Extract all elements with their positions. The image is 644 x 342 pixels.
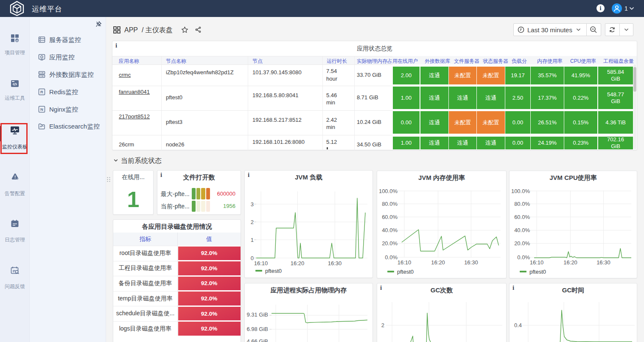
svg-text:0: 0 <box>251 255 254 261</box>
svg-text:0.4: 0.4 <box>514 322 522 328</box>
svg-text:0.0%: 0.0% <box>385 254 398 261</box>
svg-text:16:30: 16:30 <box>328 260 342 266</box>
svg-text:60.0%: 60.0% <box>382 214 398 220</box>
svg-text:9.31 GiB: 9.31 GiB <box>246 311 268 318</box>
svg-text:40.0%: 40.0% <box>382 227 398 233</box>
svg-text:16:10: 16:10 <box>398 259 412 266</box>
svg-text:16:30: 16:30 <box>464 259 478 266</box>
svg-text:2: 2 <box>251 219 254 225</box>
svg-text:16:20: 16:20 <box>431 259 445 266</box>
svg-text:16:20: 16:20 <box>563 259 577 266</box>
svg-text:N: N <box>40 107 43 112</box>
svg-text:2: 2 <box>381 322 384 328</box>
svg-text:20.0%: 20.0% <box>382 240 398 247</box>
svg-text:16:30: 16:30 <box>596 259 610 266</box>
svg-text:100.0%: 100.0% <box>511 188 530 194</box>
svg-text:40.0%: 40.0% <box>514 227 530 233</box>
svg-text:1: 1 <box>251 237 254 243</box>
svg-text:6.98 GiB: 6.98 GiB <box>246 326 268 332</box>
svg-text:80.0%: 80.0% <box>514 201 530 207</box>
svg-text:4.66 GiB: 4.66 GiB <box>246 338 268 342</box>
svg-text:100.0%: 100.0% <box>379 188 398 194</box>
svg-text:R: R <box>40 90 43 94</box>
svg-text:0.0%: 0.0% <box>517 254 530 261</box>
svg-text:20.0%: 20.0% <box>514 240 530 247</box>
svg-text:16:10: 16:10 <box>254 260 268 266</box>
svg-text:80.0%: 80.0% <box>382 201 398 207</box>
svg-text:60.0%: 60.0% <box>514 214 530 220</box>
svg-text:16:20: 16:20 <box>291 260 305 266</box>
svg-text:3: 3 <box>251 201 254 207</box>
svg-text:16:10: 16:10 <box>530 259 544 266</box>
